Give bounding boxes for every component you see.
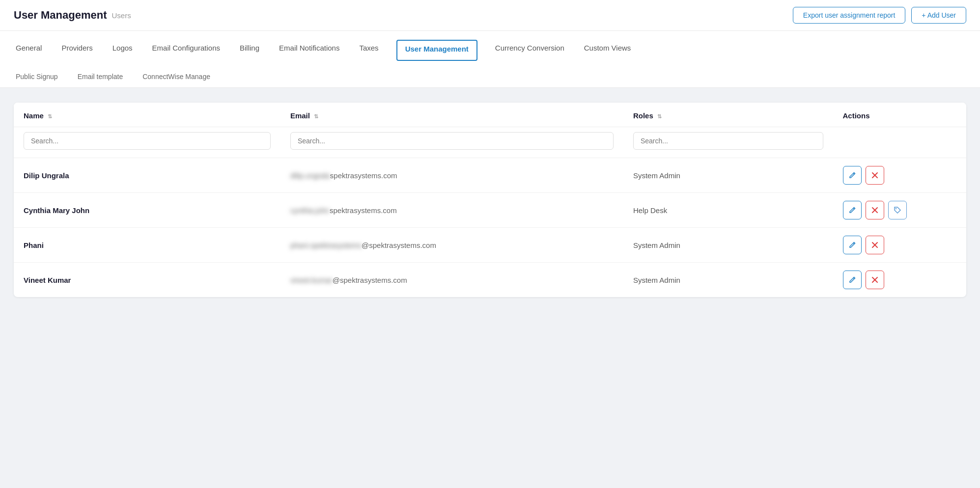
search-email-cell <box>280 127 623 158</box>
delete-user-button[interactable] <box>866 166 884 185</box>
user-role: Help Desk <box>633 206 667 215</box>
header-left: User Management Users <box>14 9 131 22</box>
user-name: Phani <box>24 241 44 249</box>
primary-tabs: General Providers Logos Email Configurat… <box>14 31 966 62</box>
user-role: System Admin <box>633 171 680 180</box>
edit-user-button[interactable] <box>843 271 862 289</box>
col-header-email: Email ⇅ <box>280 103 623 127</box>
user-role-cell: System Admin <box>623 263 833 298</box>
edit-user-button[interactable] <box>843 166 862 185</box>
tab-currency-conversion[interactable]: Currency Conversion <box>493 40 566 60</box>
svg-point-4 <box>895 208 896 209</box>
search-roles-cell <box>623 127 833 158</box>
user-name: Dilip Ungrala <box>24 171 69 180</box>
subtab-connectwise-manage[interactable]: ConnectWise Manage <box>140 69 212 87</box>
email-blurred-part: cynthia.john <box>290 206 330 215</box>
user-email: dilip.ungralaspektrasystems.com <box>290 171 397 180</box>
col-header-actions: Actions <box>833 103 966 127</box>
delete-icon <box>871 276 878 283</box>
tabs-section: General Providers Logos Email Configurat… <box>0 31 980 88</box>
delete-icon <box>871 207 878 214</box>
content-area: Name ⇅ Email ⇅ Roles ⇅ Actions <box>0 88 980 478</box>
user-actions-cell <box>833 158 966 193</box>
delete-icon <box>871 172 878 179</box>
header-actions: Export user assignment report + Add User <box>793 7 966 24</box>
user-name-cell: Vineet Kumar <box>14 263 280 298</box>
table-row: Vineet Kumar vineet.kumar@spektrasystems… <box>14 263 966 298</box>
tab-email-notifications[interactable]: Email Notifications <box>277 40 341 60</box>
edit-user-button[interactable] <box>843 201 862 219</box>
user-actions-cell <box>833 263 966 298</box>
tab-custom-views[interactable]: Custom Views <box>582 40 633 60</box>
user-name: Vineet Kumar <box>24 276 71 284</box>
sort-email-icon[interactable]: ⇅ <box>314 113 318 119</box>
tag-user-button[interactable] <box>888 201 907 219</box>
user-role: System Admin <box>633 276 680 284</box>
delete-user-button[interactable] <box>866 236 884 254</box>
table-row: Phani phani.spektrasystems@spektrasystem… <box>14 228 966 263</box>
table-row: Cynthia Mary John cynthia.johnspektrasys… <box>14 193 966 228</box>
subtab-public-signup[interactable]: Public Signup <box>14 69 60 87</box>
user-name-cell: Dilip Ungrala <box>14 158 280 193</box>
email-blurred-part: vineet.kumar <box>290 276 333 284</box>
tab-general[interactable]: General <box>14 40 44 60</box>
search-name-input[interactable] <box>24 132 271 150</box>
tag-icon <box>894 206 901 214</box>
user-actions-cell <box>833 228 966 263</box>
user-email-cell: dilip.ungralaspektrasystems.com <box>280 158 623 193</box>
user-role-cell: Help Desk <box>623 193 833 228</box>
actions-cell <box>843 236 956 254</box>
actions-cell <box>843 201 956 219</box>
edit-icon <box>848 171 856 179</box>
sort-name-icon[interactable]: ⇅ <box>48 113 52 119</box>
user-email-cell: cynthia.johnspektrasystems.com <box>280 193 623 228</box>
actions-cell <box>843 271 956 289</box>
user-email: phani.spektrasystems@spektrasystems.com <box>290 241 436 249</box>
edit-icon <box>848 276 856 284</box>
user-role-cell: System Admin <box>623 228 833 263</box>
header: User Management Users Export user assign… <box>0 0 980 31</box>
search-roles-input[interactable] <box>633 132 823 150</box>
col-header-roles: Roles ⇅ <box>623 103 833 127</box>
user-name: Cynthia Mary John <box>24 206 89 215</box>
tab-user-management[interactable]: User Management <box>396 40 477 61</box>
edit-user-button[interactable] <box>843 236 862 254</box>
search-row <box>14 127 966 158</box>
actions-cell <box>843 166 956 185</box>
page-title: User Management <box>14 9 107 22</box>
delete-user-button[interactable] <box>866 201 884 219</box>
user-name-cell: Phani <box>14 228 280 263</box>
email-blurred-part: dilip.ungrala <box>290 171 330 180</box>
tab-email-configurations[interactable]: Email Configurations <box>150 40 222 60</box>
edit-icon <box>848 241 856 249</box>
sort-roles-icon[interactable]: ⇅ <box>657 113 662 119</box>
users-table-card: Name ⇅ Email ⇅ Roles ⇅ Actions <box>14 103 966 297</box>
export-report-button[interactable]: Export user assignment report <box>793 7 906 24</box>
user-role-cell: System Admin <box>623 158 833 193</box>
add-user-button[interactable]: + Add User <box>911 7 966 24</box>
user-email-cell: phani.spektrasystems@spektrasystems.com <box>280 228 623 263</box>
user-email: vineet.kumar@spektrasystems.com <box>290 276 407 284</box>
search-actions-cell <box>833 127 966 158</box>
table-header-row: Name ⇅ Email ⇅ Roles ⇅ Actions <box>14 103 966 127</box>
user-actions-cell <box>833 193 966 228</box>
users-table: Name ⇅ Email ⇅ Roles ⇅ Actions <box>14 103 966 297</box>
page-subtitle: Users <box>112 11 131 20</box>
user-email-cell: vineet.kumar@spektrasystems.com <box>280 263 623 298</box>
tab-logos[interactable]: Logos <box>111 40 135 60</box>
delete-icon <box>871 242 878 248</box>
search-name-cell <box>14 127 280 158</box>
subtab-email-template[interactable]: Email template <box>76 69 125 87</box>
table-row: Dilip Ungrala dilip.ungralaspektrasystem… <box>14 158 966 193</box>
email-blurred-part: phani.spektrasystems <box>290 241 362 249</box>
user-email: cynthia.johnspektrasystems.com <box>290 206 397 215</box>
col-header-name: Name ⇅ <box>14 103 280 127</box>
tab-providers[interactable]: Providers <box>59 40 94 60</box>
user-role: System Admin <box>633 241 680 249</box>
delete-user-button[interactable] <box>866 271 884 289</box>
secondary-tabs: Public Signup Email template ConnectWise… <box>14 62 966 87</box>
tab-billing[interactable]: Billing <box>238 40 261 60</box>
edit-icon <box>848 206 856 214</box>
search-email-input[interactable] <box>290 132 614 150</box>
tab-taxes[interactable]: Taxes <box>357 40 380 60</box>
